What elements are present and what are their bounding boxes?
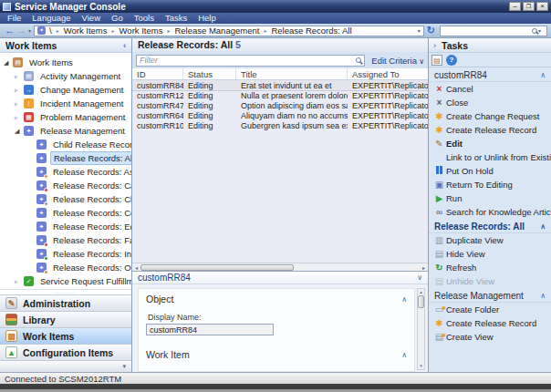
close-button[interactable] bbox=[536, 2, 548, 11]
help-icon[interactable]: ? bbox=[446, 55, 457, 66]
expander-icon[interactable] bbox=[15, 114, 24, 121]
tree-item-release-records-on-hold[interactable]: ✦ Release Records: On Hold bbox=[0, 261, 131, 274]
task-create-release-record-2[interactable]: ✱ Create Release Record bbox=[429, 316, 551, 330]
object-section-header[interactable]: Object ∧ bbox=[146, 293, 407, 305]
breadcrumb-work-items[interactable]: Work Items bbox=[64, 26, 108, 36]
tree-item-release-records-completed[interactable]: ✦ Release Records: Completed bbox=[0, 206, 131, 220]
expander-icon[interactable] bbox=[15, 73, 24, 80]
chevron-up-icon[interactable]: ∧ bbox=[401, 295, 407, 304]
task-hide-view[interactable]: ▤ Hide View bbox=[429, 247, 551, 261]
task-return-to-editing[interactable]: ▣ Return To Editing bbox=[429, 178, 551, 191]
task-create-folder[interactable]: ▭✱ Create Folder bbox=[429, 303, 551, 316]
display-name-field[interactable] bbox=[146, 324, 274, 335]
table-row[interactable]: customRR122 Editing Nulla et praesent lo… bbox=[132, 90, 428, 100]
detail-header[interactable]: customRR84 ∨ bbox=[132, 272, 428, 284]
menu-go[interactable]: Go bbox=[106, 13, 129, 24]
tasks-list-icon[interactable]: ▤ bbox=[431, 55, 442, 66]
chevron-up-icon[interactable]: ∧ bbox=[540, 292, 546, 300]
scroll-up-icon[interactable]: ▴ bbox=[420, 289, 422, 295]
tree-item-activity-management[interactable]: ▤ Activity Management bbox=[0, 69, 131, 83]
task-create-change-request[interactable]: ✱ Create Change Request bbox=[429, 109, 551, 123]
task-put-on-hold[interactable]: Put On Hold bbox=[429, 164, 551, 178]
sidebar-item-work-items[interactable]: ▤ Work Items bbox=[0, 327, 131, 344]
filter-input[interactable] bbox=[140, 56, 356, 66]
task-create-view[interactable]: ▤✱ Create View bbox=[429, 330, 551, 344]
menu-tools[interactable]: Tools bbox=[129, 13, 160, 24]
task-create-release-record[interactable]: ✱ Create Release Record bbox=[429, 123, 551, 137]
task-duplicate-view[interactable]: ▥ Duplicate View bbox=[429, 233, 551, 247]
tree-item-release-records-cancelled[interactable]: ✦ Release Records: Cancelled bbox=[0, 179, 131, 192]
breadcrumb-root[interactable]: \ bbox=[49, 26, 52, 36]
menu-file[interactable]: File bbox=[2, 13, 26, 24]
forward-icon[interactable]: → bbox=[16, 26, 26, 36]
tree-item-release-records-editing[interactable]: ✦ Release Records: Editing bbox=[0, 220, 131, 233]
history-dropdown-icon[interactable]: ▾ bbox=[28, 27, 31, 34]
tree-item-child-release-records[interactable]: ✦ Child Release Records bbox=[0, 138, 131, 151]
expander-icon[interactable] bbox=[4, 59, 13, 67]
vertical-scrollbar[interactable]: ▴ ▾ bbox=[417, 288, 425, 370]
chevron-up-icon[interactable]: ∧ bbox=[401, 351, 407, 359]
menu-language[interactable]: Language bbox=[26, 13, 76, 24]
task-close[interactable]: × Close bbox=[429, 96, 551, 109]
breadcrumb-release-records-all[interactable]: Release Records: All bbox=[271, 26, 351, 36]
table-row[interactable]: customRR84 Editing Erat stet invidunt ut… bbox=[132, 80, 428, 90]
task-group-customrr84[interactable]: customRR84 ∧ bbox=[429, 69, 551, 82]
chevron-down-icon[interactable]: ∨ bbox=[417, 273, 422, 282]
sidebar-item-library[interactable]: Library bbox=[0, 311, 131, 327]
table-row[interactable]: customRR47 Editing Option adipiscing dia… bbox=[132, 100, 428, 110]
tree-item-release-records-closed[interactable]: ✦ Release Records: Closed bbox=[0, 192, 131, 206]
nav-buttons-options[interactable]: ▾ bbox=[0, 360, 131, 372]
restore-button[interactable] bbox=[523, 2, 535, 11]
task-group-release-records-all[interactable]: Release Records: All ∧ bbox=[429, 221, 551, 233]
task-group-release-management[interactable]: Release Management ∧ bbox=[429, 290, 551, 303]
tree-item-release-records-failed[interactable]: ✦ Release Records: Failed bbox=[0, 233, 131, 247]
breadcrumb-work-items-2[interactable]: Work Items bbox=[120, 26, 163, 36]
expander-icon[interactable] bbox=[15, 100, 24, 108]
menu-tasks[interactable]: Tasks bbox=[160, 13, 192, 24]
sidebar-item-configuration-items[interactable]: ▲ Configuration Items bbox=[0, 344, 131, 360]
tree-item-release-records-all[interactable]: ✦ Release Records: All bbox=[0, 151, 131, 165]
menu-help[interactable]: Help bbox=[192, 13, 222, 24]
table-row[interactable]: customRR64 Editing Aliquyam diam no no a… bbox=[132, 110, 428, 120]
chevron-up-icon[interactable]: ∧ bbox=[540, 222, 546, 231]
tree-item-service-request-fulfillment[interactable]: ✓ Service Request Fulfillment bbox=[0, 274, 131, 288]
task-refresh[interactable]: ↻ Refresh bbox=[429, 261, 551, 274]
minimize-button[interactable] bbox=[509, 2, 521, 11]
work-item-section-header[interactable]: Work Item ∧ bbox=[146, 348, 407, 361]
back-icon[interactable]: ← bbox=[5, 26, 15, 36]
table-row[interactable]: customRR105 Editing Gubergren kasd ipsum… bbox=[132, 120, 428, 130]
tree-item-problem-management[interactable]: ▦ Problem Management bbox=[0, 110, 131, 124]
expander-icon[interactable] bbox=[15, 87, 24, 94]
filter-search-icon[interactable] bbox=[356, 57, 361, 63]
scrollbar-thumb[interactable] bbox=[140, 264, 294, 271]
tree-item-change-management[interactable]: → Change Management bbox=[0, 83, 131, 97]
breadcrumb-release-management[interactable]: Release Management bbox=[174, 26, 259, 36]
edit-criteria-link[interactable]: Edit Criteria bbox=[371, 56, 424, 66]
task-edit[interactable]: ✎ Edit bbox=[429, 137, 551, 150]
tree-item-release-management[interactable]: ✦ Release Management bbox=[0, 124, 131, 138]
task-run[interactable]: ▶ Run bbox=[429, 191, 551, 205]
task-search-knowledge-articles[interactable]: ∞ Search for Knowledge Articles bbox=[429, 205, 551, 219]
column-assigned-to[interactable]: Assigned To bbox=[348, 68, 428, 79]
collapse-pane-icon[interactable]: ‹ bbox=[123, 41, 126, 50]
expander-icon[interactable] bbox=[15, 278, 24, 285]
expander-icon[interactable] bbox=[15, 128, 24, 135]
horizontal-scrollbar[interactable]: ◂ ▸ bbox=[132, 263, 428, 271]
refresh-icon[interactable]: ↻ bbox=[427, 25, 435, 36]
task-cancel[interactable]: × Cancel bbox=[429, 82, 551, 96]
column-status[interactable]: Status bbox=[183, 68, 236, 79]
menu-view[interactable]: View bbox=[77, 13, 106, 24]
scroll-left-icon[interactable]: ◂ bbox=[132, 264, 140, 271]
collapse-tasks-icon[interactable]: › bbox=[433, 41, 436, 50]
tree-item-incident-management[interactable]: ! Incident Management bbox=[0, 97, 131, 110]
scrollbar-thumb[interactable] bbox=[418, 295, 424, 308]
global-search-input[interactable] bbox=[443, 26, 532, 36]
column-id[interactable]: ID bbox=[132, 68, 183, 79]
sidebar-item-administration[interactable]: ✎ Administration bbox=[0, 294, 131, 311]
tree-item-release-records-assigned[interactable]: ✦ Release Records: Assigned to me o bbox=[0, 165, 131, 179]
breadcrumb-dropdown-icon[interactable]: ▾ bbox=[418, 27, 421, 34]
tree-item-work-items[interactable]: ▤ Work Items bbox=[0, 56, 131, 69]
chevron-up-icon[interactable]: ∧ bbox=[540, 71, 546, 79]
task-link-unlink-parent[interactable]: Link to or Unlink from Existing Parent bbox=[429, 150, 551, 164]
tree-item-release-records-in-progress[interactable]: ✦ Release Records: In Progress bbox=[0, 247, 131, 261]
